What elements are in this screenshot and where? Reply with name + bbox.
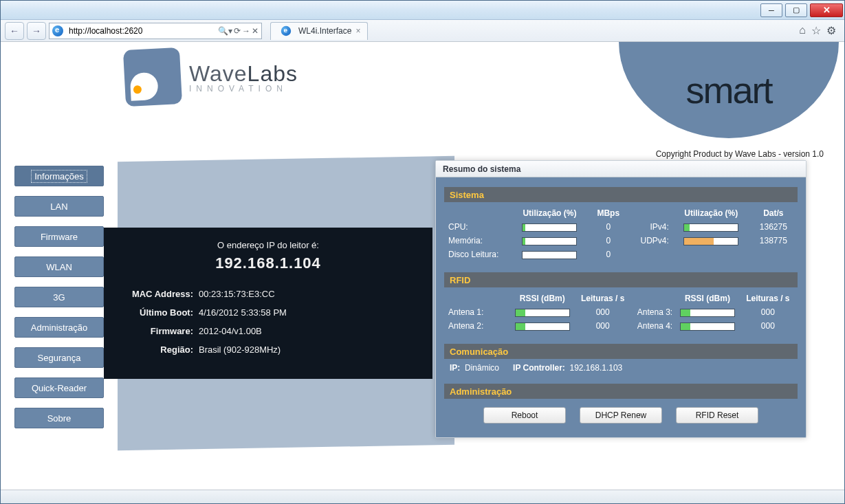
- sys-left-label: CPU:: [447, 220, 509, 234]
- antenna-label: Antena 3:: [630, 305, 674, 319]
- sidebar-item-administra-o[interactable]: Administração: [14, 317, 104, 338]
- brand-bold: Labs: [248, 61, 298, 86]
- col-dats: Dat/s: [752, 206, 795, 220]
- sistema-row: Memória:0UDPv4:138775: [447, 234, 795, 248]
- browser-window: ─ ▢ ✕ ← → 🔍▾ ⟳ → ✕ WL4i.Interface × ⌂ ☆: [0, 0, 845, 504]
- antenna-reads: 000: [741, 305, 795, 319]
- antenna-reads: 000: [576, 305, 630, 319]
- sys-left-label: Memória:: [447, 234, 509, 248]
- section-admin: Administração: [444, 384, 798, 399]
- sidebar-item-label: Sobre: [47, 413, 72, 424]
- antenna-reads: 000: [741, 319, 795, 333]
- mac-value: 00:23:15:73:E3:CC: [196, 285, 289, 303]
- smart-text: smart: [686, 69, 772, 111]
- fw-label: Firmware:: [120, 322, 196, 340]
- tab-close-icon[interactable]: ×: [355, 26, 360, 36]
- sys-right-dats: 138775: [752, 234, 795, 248]
- sidebar-item-label: WLAN: [46, 262, 72, 272]
- boot-label: Último Boot:: [120, 303, 196, 322]
- browser-tab[interactable]: WL4i.Interface ×: [270, 22, 368, 40]
- reboot-button[interactable]: Reboot: [483, 407, 566, 424]
- rfid-reset-button[interactable]: RFID Reset: [676, 407, 758, 424]
- mac-label: MAC Address:: [120, 285, 196, 303]
- rfid-row: Antena 2:000Antena 4:000: [447, 319, 795, 333]
- refresh-icon[interactable]: ⟳: [234, 26, 241, 36]
- sys-left-mbps: 0: [591, 234, 626, 248]
- dhcp-renew-button[interactable]: DHCP Renew: [580, 407, 662, 424]
- antenna-rssi-bar: [509, 305, 576, 319]
- stop-x-icon[interactable]: ✕: [252, 26, 259, 36]
- search-icon[interactable]: 🔍▾: [218, 26, 232, 36]
- sys-right-bar: [670, 234, 752, 248]
- rfid-row: Antena 1:000Antena 3:000: [447, 305, 795, 319]
- sys-right-dats: 136275: [752, 220, 795, 234]
- col-rssi2: RSSI (dBm): [674, 292, 741, 305]
- sidebar-item-label: LAN: [50, 201, 67, 212]
- window-titlebar: ─ ▢ ✕: [1, 1, 844, 20]
- antenna-rssi-bar: [674, 319, 741, 333]
- status-bar: [1, 490, 844, 503]
- comm-ctrl-ip: 192.168.1.103: [570, 363, 623, 373]
- sidebar-item-quick-reader[interactable]: Quick-Reader: [14, 377, 104, 398]
- summary-panel: Resumo do sistema Sistema Utilização (%)…: [435, 160, 806, 438]
- section-sistema: Sistema: [444, 187, 798, 202]
- summary-title: Resumo do sistema: [436, 161, 806, 177]
- sys-left-mbps: 0: [591, 248, 626, 261]
- boot-value: 4/16/2012 5:33:58 PM: [196, 303, 289, 322]
- sidebar-item-label: Quick-Reader: [32, 383, 87, 393]
- comm-ip-label: IP:: [450, 363, 460, 373]
- sidebar-item-lan[interactable]: LAN: [14, 196, 104, 217]
- comm-ctrl-label: IP Controller:: [513, 363, 565, 373]
- sidebar-item-informa-es[interactable]: Informações: [14, 166, 104, 186]
- col-reads2: Leituras / s: [741, 292, 795, 305]
- sidebar-item-wlan[interactable]: WLAN: [14, 256, 104, 277]
- sys-right-dats: [752, 248, 795, 261]
- url-tools: 🔍▾ ⟳ → ✕: [215, 26, 261, 36]
- antenna-reads: 000: [576, 319, 630, 333]
- sidebar-item-label: Firmware: [41, 232, 78, 242]
- col-mbps: MBps: [591, 206, 626, 220]
- logo: WaveLabs INNOVATION: [124, 49, 298, 105]
- brand-sub: INNOVATION: [189, 84, 298, 94]
- sys-left-label: Disco Leitura:: [447, 248, 509, 261]
- sys-right-label: UDPv4:: [626, 234, 670, 248]
- sidebar-item-3g[interactable]: 3G: [14, 287, 104, 307]
- section-comm: Comunicação: [444, 344, 798, 359]
- region-value: Brasil (902-928MHz): [196, 340, 289, 359]
- maximize-button[interactable]: ▢: [785, 3, 807, 17]
- favorites-icon[interactable]: ☆: [811, 24, 821, 37]
- logo-text: WaveLabs INNOVATION: [189, 61, 298, 94]
- antenna-rssi-bar: [509, 319, 576, 333]
- browser-right-tools: ⌂ ☆ ⚙: [799, 24, 840, 37]
- comm-ip-mode: Dinâmico: [465, 363, 499, 373]
- close-button[interactable]: ✕: [810, 3, 843, 17]
- sidebar-item-firmware[interactable]: Firmware: [14, 226, 104, 247]
- sys-left-bar: [509, 248, 591, 261]
- main-body: InformaçõesLANFirmwareWLAN3GAdministraçã…: [1, 166, 844, 503]
- ip-value: 192.168.1.104: [120, 254, 416, 272]
- sys-right-label: [626, 248, 670, 261]
- antenna-label: Antena 4:: [630, 319, 674, 333]
- fw-value: 2012-04/v1.00B: [196, 322, 289, 340]
- settings-icon[interactable]: ⚙: [826, 24, 836, 37]
- col-rssi1: RSSI (dBm): [509, 292, 576, 305]
- sys-right-label: IPv4:: [626, 220, 670, 234]
- tab-favicon: [281, 26, 291, 36]
- sys-left-mbps: 0: [591, 220, 626, 234]
- home-icon[interactable]: ⌂: [799, 24, 806, 37]
- sidebar: InformaçõesLANFirmwareWLAN3GAdministraçã…: [14, 166, 104, 428]
- url-input[interactable]: [66, 26, 215, 36]
- forward-button[interactable]: →: [27, 22, 46, 40]
- sidebar-item-seguran-a[interactable]: Segurança: [14, 347, 104, 368]
- sistema-row: Disco Leitura:0: [447, 248, 795, 261]
- sys-right-bar: [670, 220, 752, 234]
- page-content: WaveLabs INNOVATION smart Copyright Prod…: [1, 42, 844, 503]
- tab-title: WL4i.Interface: [298, 26, 351, 36]
- minimize-button[interactable]: ─: [760, 3, 782, 17]
- stop-icon[interactable]: →: [242, 26, 250, 36]
- address-bar[interactable]: 🔍▾ ⟳ → ✕: [49, 23, 262, 39]
- sidebar-item-label: 3G: [53, 292, 65, 303]
- back-button[interactable]: ←: [5, 22, 24, 40]
- sys-left-bar: [509, 234, 591, 248]
- sidebar-item-sobre[interactable]: Sobre: [14, 408, 104, 428]
